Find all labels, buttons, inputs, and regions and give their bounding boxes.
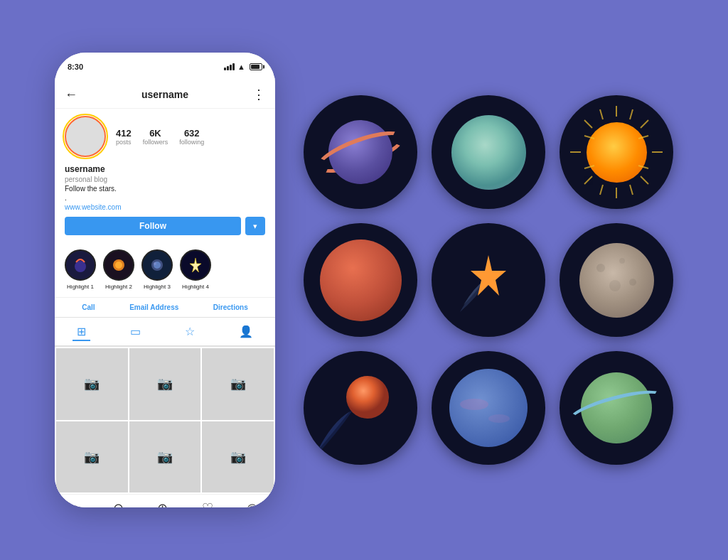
phone-mockup: 8:30 ▲ ← username ⋮ [55, 53, 275, 507]
nav-search-icon[interactable]: ⊙ [113, 500, 124, 507]
wifi-icon: ▲ [237, 63, 245, 71]
followers-stat: 6K followers [143, 128, 168, 146]
nav-heart-icon[interactable]: ♡ [202, 500, 213, 507]
grid-cell-4[interactable]: 📷 [56, 421, 128, 493]
posts-stat: 412 posts [116, 128, 132, 146]
highlight-1-circle [65, 249, 96, 281]
grid-cell-1[interactable]: 📷 [56, 348, 128, 420]
nav-profile-icon[interactable]: ◉ [247, 500, 258, 507]
svg-marker-6 [190, 258, 201, 272]
highlight-3-label: Highlight 3 [144, 284, 171, 290]
starburst-svg [449, 241, 528, 319]
svg-line-16 [630, 109, 633, 119]
highlight-3-circle [141, 249, 173, 281]
profile-bio: Follow the stars. [65, 185, 265, 193]
posts-count: 412 [116, 128, 132, 139]
main-container: 8:30 ▲ ← username ⋮ [33, 31, 695, 529]
planet-mars [304, 223, 417, 337]
svg-point-27 [629, 279, 636, 286]
svg-line-17 [638, 136, 648, 139]
highlight-4-circle [180, 249, 211, 281]
photo-grid: 📷 📷 📷 📷 📷 📷 [55, 347, 275, 494]
status-icons: ▲ [224, 63, 262, 71]
phone: 8:30 ▲ ← username ⋮ [55, 53, 275, 507]
planet-body-4 [320, 239, 402, 321]
sun-rays-svg [567, 102, 666, 202]
svg-line-21 [600, 185, 603, 195]
profile-name: username [65, 164, 265, 174]
highlight-4-label: Highlight 4 [182, 284, 209, 290]
nav-home-icon[interactable]: ⌂ [72, 501, 80, 507]
planet-body-6 [579, 243, 654, 318]
profile-category: personal blog [65, 176, 265, 183]
highlight-2-label: Highlight 2 [105, 284, 132, 290]
following-label: following [179, 139, 204, 146]
svg-line-20 [584, 166, 594, 168]
planet-saturn-green [560, 351, 673, 465]
posts-label: posts [116, 139, 132, 146]
more-options-button[interactable]: ⋮ [252, 87, 265, 102]
grid-cell-5[interactable]: 📷 [129, 421, 201, 493]
highlight-3-icon [147, 255, 167, 275]
grid-cell-2[interactable]: 📷 [129, 348, 201, 420]
followers-label: followers [143, 139, 168, 146]
waterworld-details-svg [449, 369, 528, 447]
highlight-4[interactable]: Highlight 4 [180, 249, 211, 290]
planet-comet [304, 351, 417, 465]
tab-tagged[interactable]: ☆ [181, 323, 199, 340]
highlight-2[interactable]: Highlight 2 [103, 249, 134, 290]
svg-point-5 [154, 262, 156, 265]
grid-cell-3[interactable]: 📷 [202, 348, 274, 420]
tab-grid[interactable]: ⊞ [73, 323, 90, 341]
svg-line-12 [641, 176, 648, 184]
action-row: Follow ▾ [65, 217, 265, 235]
bottom-nav: ⌂ ⊙ ⊕ ♡ ◉ [55, 494, 275, 507]
profile-username-header: username [141, 89, 188, 100]
tab-profile[interactable]: 👤 [235, 323, 257, 340]
svg-line-15 [600, 109, 603, 119]
svg-line-18 [638, 166, 648, 168]
grid-cell-6[interactable]: 📷 [202, 421, 274, 493]
follow-dropdown-button[interactable]: ▾ [245, 217, 265, 235]
planet-body-8 [449, 369, 528, 447]
nav-add-icon[interactable]: ⊕ [157, 500, 168, 507]
moon-craters-svg [579, 243, 654, 318]
follow-button[interactable]: Follow [65, 217, 241, 235]
planet-starburst [432, 223, 545, 337]
call-link[interactable]: Call [82, 303, 95, 311]
planet-moon [560, 223, 673, 337]
highlight-2-icon [109, 255, 129, 275]
battery-icon [250, 63, 262, 70]
highlight-1-label: Highlight 1 [67, 284, 94, 290]
phone-screen: ← username ⋮ 412 posts [55, 81, 275, 507]
svg-line-14 [584, 176, 592, 184]
planet-teal-nebula [432, 95, 545, 209]
back-button[interactable]: ← [65, 87, 77, 102]
profile-stats: 412 posts 6K followers 632 following [116, 128, 265, 146]
highlight-3[interactable]: Highlight 3 [141, 249, 173, 290]
following-count: 632 [184, 128, 200, 139]
ig-profile: 412 posts 6K followers 632 following [55, 109, 275, 242]
highlight-1[interactable]: Highlight 1 [65, 249, 96, 290]
profile-top-row: 412 posts 6K followers 632 following [65, 116, 265, 157]
svg-line-11 [584, 120, 592, 128]
svg-point-28 [346, 376, 389, 419]
profile-website[interactable]: www.website.com [65, 203, 265, 211]
svg-line-19 [584, 136, 594, 139]
status-bar: 8:30 ▲ [55, 53, 275, 81]
svg-line-22 [630, 185, 633, 195]
svg-point-26 [609, 280, 621, 291]
planet-sun [560, 95, 673, 209]
directions-link[interactable]: Directions [213, 303, 248, 311]
svg-line-13 [641, 120, 648, 128]
svg-point-29 [460, 399, 488, 410]
tab-reels[interactable]: ▭ [126, 323, 145, 340]
ig-header: ← username ⋮ [55, 81, 275, 109]
svg-point-0 [75, 261, 86, 272]
svg-point-2 [115, 262, 122, 269]
planet-body-2 [451, 115, 526, 190]
email-link[interactable]: Email Address [129, 303, 178, 311]
planet-waterworld [432, 351, 545, 465]
highlight-4-icon [186, 255, 205, 275]
links-row: Call Email Address Directions [55, 298, 275, 318]
